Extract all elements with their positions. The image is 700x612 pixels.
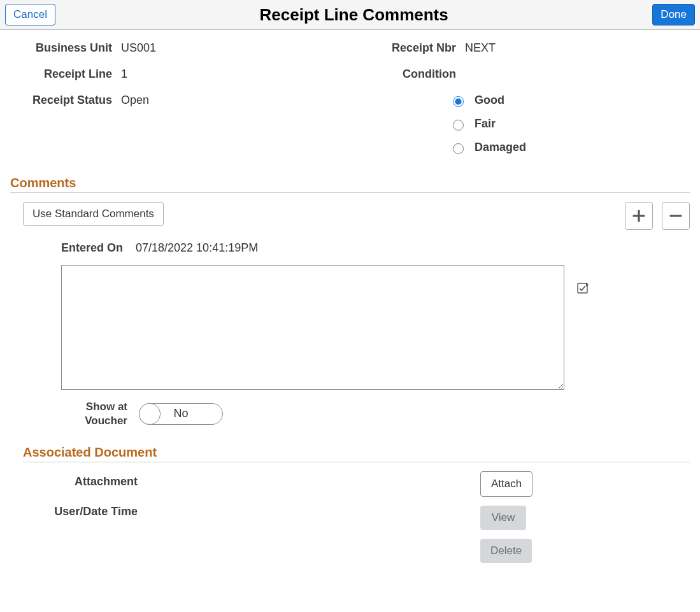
field-condition: Condition [367, 68, 690, 81]
condition-radio-damaged[interactable]: Damaged [450, 141, 690, 154]
minus-icon [669, 209, 683, 223]
receipt-nbr-label: Receipt Nbr [367, 41, 456, 55]
comments-heading: Comments [10, 176, 690, 193]
field-receipt-nbr: Receipt Nbr NEXT [367, 41, 690, 55]
modal-header: Cancel Receipt Line Comments Done [0, 0, 700, 30]
business-unit-label: Business Unit [10, 41, 112, 55]
radio-fair-label: Fair [475, 117, 496, 131]
show-at-voucher-toggle[interactable]: No [139, 403, 223, 425]
radio-good-label: Good [475, 94, 504, 107]
toggle-knob [139, 403, 161, 425]
radio-damaged-label: Damaged [475, 141, 526, 154]
user-date-time-label: User/Date Time [10, 505, 138, 518]
condition-label: Condition [367, 68, 456, 81]
entered-on-value: 07/18/2022 10:41:19PM [136, 241, 258, 255]
business-unit-value: US001 [121, 41, 156, 55]
svg-rect-0 [578, 283, 587, 293]
show-at-voucher-label: Show at Voucher [69, 400, 127, 427]
entered-on-row: Entered On 07/18/2022 10:41:19PM [61, 241, 690, 255]
done-button[interactable]: Done [652, 4, 695, 25]
condition-radio-good[interactable]: Good [450, 94, 690, 107]
spellcheck-button[interactable] [577, 281, 590, 297]
field-receipt-line: Receipt Line 1 [10, 68, 341, 81]
view-button[interactable]: View [480, 506, 526, 530]
comment-textarea[interactable] [61, 265, 564, 390]
spellcheck-icon [577, 281, 590, 294]
field-business-unit: Business Unit US001 [10, 41, 341, 55]
receipt-nbr-value: NEXT [465, 41, 496, 55]
receipt-line-label: Receipt Line [10, 68, 112, 81]
receipt-status-value: Open [121, 94, 149, 107]
condition-radio-fair[interactable]: Fair [450, 117, 690, 131]
cancel-button[interactable]: Cancel [5, 4, 55, 25]
entered-on-label: Entered On [61, 241, 123, 255]
attach-button[interactable]: Attach [480, 471, 532, 497]
receipt-line-value: 1 [121, 68, 127, 81]
radio-fair-input[interactable] [453, 120, 464, 131]
delete-row-button[interactable] [662, 202, 690, 230]
delete-button[interactable]: Delete [480, 539, 532, 563]
condition-radio-group: Good Fair Damaged [450, 94, 690, 154]
header-info-grid: Business Unit US001 Receipt Line 1 Recei… [10, 41, 690, 154]
use-standard-comments-button[interactable]: Use Standard Comments [23, 202, 164, 226]
field-receipt-status: Receipt Status Open [10, 94, 341, 107]
associated-document-heading: Associated Document [23, 445, 690, 462]
page-title: Receipt Line Comments [55, 5, 652, 25]
plus-icon [632, 209, 646, 223]
receipt-status-label: Receipt Status [10, 94, 112, 107]
radio-damaged-input[interactable] [453, 143, 464, 154]
radio-good-input[interactable] [453, 96, 464, 107]
attachment-label: Attachment [10, 475, 138, 488]
add-row-button[interactable] [625, 202, 653, 230]
